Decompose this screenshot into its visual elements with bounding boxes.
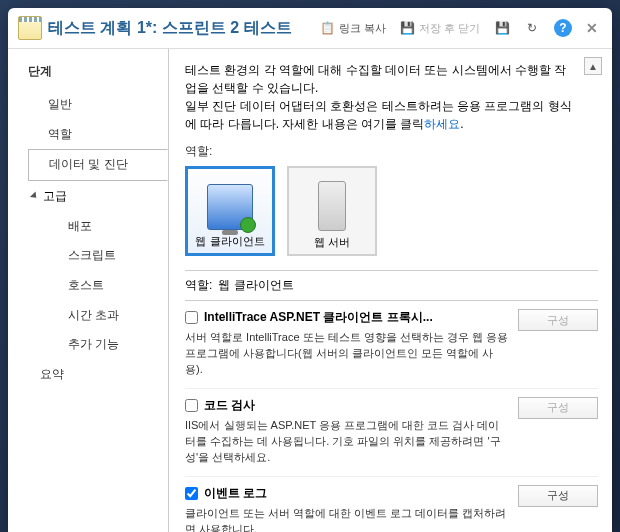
adapter-title: 이벤트 로그 <box>204 485 267 502</box>
desc-period: . <box>460 117 463 131</box>
copy-link-label: 링크 복사 <box>339 21 386 36</box>
save-close-label: 저장 후 닫기 <box>419 21 480 36</box>
help-action[interactable]: ? <box>550 17 576 39</box>
adapter-checkbox-intellitrace[interactable] <box>185 311 198 324</box>
save-action[interactable]: 💾 <box>490 18 514 38</box>
close-action[interactable]: ✕ <box>582 18 602 38</box>
adapter-checkbox-event-log[interactable] <box>185 487 198 500</box>
check-badge-icon <box>240 217 256 233</box>
monitor-icon <box>207 184 253 230</box>
sidebar: 단계 일반 역할 데이터 및 진단 고급 배포 스크립트 호스트 시간 초과 추… <box>8 49 168 532</box>
nav-data-diagnostics[interactable]: 데이터 및 진단 <box>28 149 168 181</box>
nav-role[interactable]: 역할 <box>28 120 167 150</box>
save-close-action[interactable]: 💾 저장 후 닫기 <box>396 18 484 38</box>
copy-link-action[interactable]: 📋 링크 복사 <box>316 18 390 38</box>
role-tile-web-client[interactable]: 웹 클라이언트 <box>185 166 275 256</box>
role-tile-label: 웹 클라이언트 <box>195 234 264 249</box>
adapter-title: IntelliTrace ASP.NET 클라이언트 프록시... <box>204 309 433 326</box>
nav-advanced-label: 고급 <box>43 188 67 205</box>
nav-summary[interactable]: 요약 <box>28 360 167 390</box>
refresh-icon: ↻ <box>524 20 540 36</box>
role-tiles: 웹 클라이언트 웹 서버 <box>185 166 598 256</box>
adapter-desc: 클라이언트 또는 서버 역할에 대한 이벤트 로그 데이터를 캡처하려면 사용합… <box>185 506 510 532</box>
configure-button-code-coverage[interactable]: 구성 <box>518 397 598 419</box>
sidebar-heading: 단계 <box>28 63 167 80</box>
refresh-action[interactable]: ↻ <box>520 18 544 38</box>
adapter-list: IntelliTrace ASP.NET 클라이언트 프록시... 서버 역할로… <box>185 300 598 532</box>
desc-line1: 테스트 환경의 각 역할에 대해 수집할 데이터 또는 시스템에서 수행할 작업… <box>185 63 566 95</box>
test-plan-icon <box>18 16 42 40</box>
adapter-intellitrace: IntelliTrace ASP.NET 클라이언트 프록시... 서버 역할로… <box>185 301 598 389</box>
chevron-down-icon <box>30 192 39 201</box>
main-panel: ▲ 테스트 환경의 각 역할에 대해 수집할 데이터 또는 시스템에서 수행할 … <box>168 49 612 532</box>
copy-link-icon: 📋 <box>320 20 336 36</box>
selected-role-row: 역할: 웹 클라이언트 <box>185 270 598 300</box>
selected-role-value: 웹 클라이언트 <box>218 277 293 294</box>
nav-script[interactable]: 스크립트 <box>58 241 167 271</box>
configure-button-event-log[interactable]: 구성 <box>518 485 598 507</box>
roles-label: 역할: <box>185 143 598 160</box>
help-icon: ? <box>554 19 572 37</box>
role-tile-web-server[interactable]: 웹 서버 <box>287 166 377 256</box>
adapter-title: 코드 검사 <box>204 397 255 414</box>
description-text: 테스트 환경의 각 역할에 대해 수집할 데이터 또는 시스템에서 수행할 작업… <box>185 61 598 133</box>
role-tile-label: 웹 서버 <box>314 235 350 250</box>
nav-advanced-group[interactable]: 고급 <box>28 181 167 212</box>
close-icon: ✕ <box>586 20 598 36</box>
nav-deploy[interactable]: 배포 <box>58 212 167 242</box>
nav-timeout[interactable]: 시간 초과 <box>58 301 167 331</box>
selected-role-label: 역할: <box>185 277 212 294</box>
configure-button-intellitrace[interactable]: 구성 <box>518 309 598 331</box>
collapse-description-button[interactable]: ▲ <box>584 57 602 75</box>
save-icon: 💾 <box>494 20 510 36</box>
nav-addons[interactable]: 추가 기능 <box>58 330 167 360</box>
adapter-checkbox-code-coverage[interactable] <box>185 399 198 412</box>
adapter-code-coverage: 코드 검사 IIS에서 실행되는 ASP.NET 응용 프로그램에 대한 코드 … <box>185 389 598 477</box>
save-close-icon: 💾 <box>400 20 416 36</box>
adapter-event-log: 이벤트 로그 클라이언트 또는 서버 역할에 대한 이벤트 로그 데이터를 캡처… <box>185 477 598 532</box>
dialog-window: 테스트 계획 1*: 스프린트 2 테스트 📋 링크 복사 💾 저장 후 닫기 … <box>8 8 612 532</box>
nav-host[interactable]: 호스트 <box>58 271 167 301</box>
desc-help-link[interactable]: 하세요 <box>424 117 460 131</box>
adapter-desc: IIS에서 실행되는 ASP.NET 응용 프로그램에 대한 코드 검사 데이터… <box>185 418 510 466</box>
adapter-desc: 서버 역할로 IntelliTrace 또는 테스트 영향을 선택하는 경우 웹… <box>185 330 510 378</box>
titlebar: 테스트 계획 1*: 스프린트 2 테스트 📋 링크 복사 💾 저장 후 닫기 … <box>8 8 612 49</box>
desc-line2: 일부 진단 데이터 어댑터의 호환성은 테스트하려는 응용 프로그램의 형식에 … <box>185 99 572 131</box>
window-title: 테스트 계획 1*: 스프린트 2 테스트 <box>48 18 292 39</box>
nav-general[interactable]: 일반 <box>28 90 167 120</box>
server-icon <box>318 181 346 231</box>
